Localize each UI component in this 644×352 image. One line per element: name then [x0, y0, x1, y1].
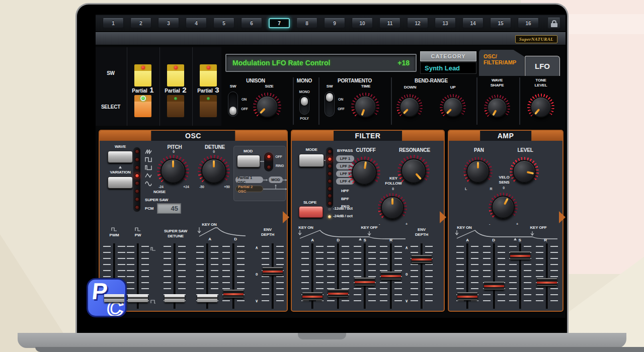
tone-tab-15[interactable]: 15: [490, 18, 511, 28]
tone-tab-16[interactable]: 16: [518, 18, 539, 28]
tone-tab-1[interactable]: 1: [103, 18, 124, 28]
filter-release-slider-handle[interactable]: [381, 272, 401, 280]
partial-2-sw-led: [174, 66, 178, 69]
supernatural-badge: SuperNATURAL: [515, 35, 557, 43]
tone-tab-14[interactable]: 14: [462, 18, 484, 28]
slope-24db-label: -24dB / oct: [333, 214, 353, 218]
osc-decay-slider-handle[interactable]: [223, 290, 244, 298]
mono-title: MONO: [297, 78, 312, 83]
wave-led-pcm: [135, 205, 139, 210]
osc-panel-title: OSC: [151, 131, 235, 141]
pitch-knob[interactable]: [157, 155, 189, 187]
parameter-value: +18: [397, 59, 410, 67]
sw-row-label: SW: [107, 70, 115, 76]
super-saw-detune-slider-handle[interactable]: [165, 294, 185, 302]
tone-tab-7-selected[interactable]: 7: [269, 18, 290, 28]
partial-3-sw-button[interactable]: [199, 64, 217, 87]
amp-decay-slider-handle[interactable]: [484, 282, 504, 290]
pw-slider-handle[interactable]: [128, 294, 148, 302]
tone-tab-9[interactable]: 9: [324, 18, 345, 28]
category-label: CATEGORY: [420, 51, 476, 61]
filter-attack-slider-handle[interactable]: [302, 292, 323, 300]
wave-button[interactable]: [108, 151, 133, 163]
tone-tab-5[interactable]: 5: [213, 18, 234, 28]
tone-tab-bar: 1 2 3 4 5 6 7 8 9 10 11 12 13 14 15 16: [96, 15, 566, 31]
tab-osc-filter-amp[interactable]: OSC/ FILTER/AMP: [479, 50, 524, 76]
unison-sw-toggle[interactable]: [228, 92, 238, 117]
unison-on-label: ON: [242, 98, 247, 101]
velo-sens-plus-label: +: [516, 222, 518, 226]
amp-panel: AMP PAN L R LEVEL VELO SENS 0 - + KEY ON…: [448, 130, 564, 312]
unison-sw-label: SW: [230, 84, 236, 89]
level-knob[interactable]: [510, 157, 539, 186]
velo-sens-knob[interactable]: [489, 193, 518, 222]
wave-shape-label-1: WAVE: [492, 78, 503, 82]
pwm-slider-handle[interactable]: [104, 294, 124, 302]
mod-button[interactable]: [237, 155, 260, 167]
bend-down-label: DOWN: [404, 85, 417, 90]
partial-3-select-button[interactable]: [199, 95, 217, 118]
partial-2-select-button[interactable]: [167, 95, 185, 118]
filter-decay-slider-handle[interactable]: [328, 289, 348, 297]
tone-tab-13[interactable]: 13: [435, 18, 456, 28]
portamento-on-label: ON: [338, 98, 343, 101]
bend-up-knob[interactable]: [440, 94, 466, 120]
key-follow-plus-label: +: [406, 222, 408, 226]
amp-release-slider-handle[interactable]: [537, 278, 557, 286]
filter-mode-button[interactable]: [299, 154, 324, 167]
tone-tab-3[interactable]: 3: [158, 18, 179, 28]
slope-button[interactable]: [299, 206, 323, 218]
amp-attack-slider-handle[interactable]: [457, 292, 477, 300]
bend-up-label: UP: [450, 85, 456, 90]
tab-lfo[interactable]: LFO: [525, 56, 560, 76]
pwm-slider-label: PWM: [110, 233, 119, 237]
resonance-knob[interactable]: [397, 155, 430, 187]
parameter-display: Modulation LFO Rate Control +18: [225, 54, 417, 72]
osc-decay-label: D: [234, 237, 237, 241]
amp-sustain-slider-handle[interactable]: [510, 251, 530, 259]
portamento-time-knob[interactable]: [351, 93, 379, 121]
tone-tab-11[interactable]: 11: [379, 18, 400, 28]
portamento-off-label: OFF: [338, 107, 344, 111]
tone-tab-6[interactable]: 6: [241, 18, 262, 28]
tone-level-knob[interactable]: [527, 94, 554, 121]
filter-attack-label: A: [311, 238, 314, 242]
mono-poly-toggle[interactable]: [299, 96, 309, 115]
unison-size-knob[interactable]: [253, 93, 281, 121]
filter-env-depth-slider-handle[interactable]: [412, 255, 432, 263]
tone-tab-2[interactable]: 2: [130, 18, 151, 28]
saw-wave-icon: [145, 149, 152, 154]
pcm-number-box[interactable]: 45: [157, 203, 181, 214]
portamento-sw-toggle[interactable]: [325, 92, 335, 117]
triangle-wave-icon: [145, 173, 152, 179]
wave-shape-knob[interactable]: [484, 95, 510, 121]
velo-sens-minus-label: -: [489, 222, 490, 226]
partial-2-osc-badge: Partial 2 OSC: [235, 186, 263, 192]
tone-tab-8[interactable]: 8: [296, 18, 317, 28]
osc-attack-slider-handle[interactable]: [197, 294, 217, 302]
cutoff-knob[interactable]: [348, 156, 380, 189]
key-follow-minus-label: -: [379, 222, 380, 226]
bend-down-knob[interactable]: [396, 94, 423, 120]
partial-1-sw-button[interactable]: [134, 64, 152, 87]
detune-knob[interactable]: [198, 155, 230, 187]
amp-sustain-arrow-icon: [514, 238, 517, 240]
amp-decay-slider: [482, 246, 506, 306]
filter-panel: FILTER MODE BYPASS LPF 1 LPF 2 LPF 3 LPF…: [291, 130, 445, 312]
synth-editor-window: 1 2 3 4 5 6 7 8 9 10 11 12 13 14 15 16 S…: [96, 14, 566, 318]
tone-tab-4[interactable]: 4: [186, 18, 207, 28]
filter-sustain-slider-handle[interactable]: [355, 278, 375, 286]
lock-button[interactable]: [547, 18, 560, 29]
osc-filter-arrow-icon: [283, 211, 289, 223]
osc-env-depth-slider-handle[interactable]: [263, 267, 283, 275]
partial-1-select-button[interactable]: [134, 95, 152, 118]
variation-button[interactable]: [108, 177, 133, 189]
pan-knob[interactable]: [463, 157, 493, 186]
amp-panel-title: AMP: [480, 131, 531, 141]
tone-tab-10[interactable]: 10: [352, 18, 373, 28]
osc-env-depth-label-2: DEPTH: [261, 232, 274, 237]
partial-2-sw-button[interactable]: [167, 64, 185, 87]
key-follow-knob[interactable]: [378, 193, 407, 222]
tone-tab-12[interactable]: 12: [407, 18, 428, 28]
partial-1-select-led: [140, 96, 146, 101]
